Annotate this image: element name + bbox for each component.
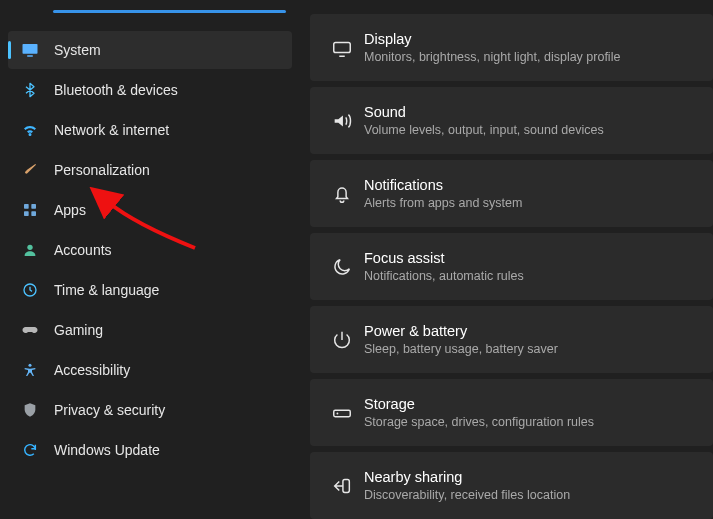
tile-subtitle: Storage space, drives, configuration rul… (364, 415, 594, 429)
sidebar-item-personalization[interactable]: Personalization (8, 151, 292, 189)
clock-icon (16, 282, 44, 298)
svg-point-8 (28, 364, 31, 367)
settings-sidebar: System Bluetooth & devices Network & int… (0, 0, 300, 519)
bell-icon (320, 183, 364, 205)
sidebar-item-label: Gaming (44, 322, 103, 338)
tile-title: Notifications (364, 177, 522, 194)
svg-rect-1 (27, 55, 33, 57)
storage-icon (320, 402, 364, 424)
power-icon (320, 329, 364, 351)
tile-title: Storage (364, 396, 594, 413)
sidebar-item-label: Apps (44, 202, 86, 218)
sidebar-item-label: Windows Update (44, 442, 160, 458)
shield-icon (16, 402, 44, 418)
sidebar-item-time[interactable]: Time & language (8, 271, 292, 309)
bluetooth-icon (16, 82, 44, 98)
gamepad-icon (16, 321, 44, 339)
sidebar-item-label: Accessibility (44, 362, 130, 378)
paintbrush-icon (16, 162, 44, 178)
svg-rect-0 (23, 44, 38, 54)
svg-rect-3 (31, 204, 36, 209)
sidebar-item-network[interactable]: Network & internet (8, 111, 292, 149)
tile-title: Sound (364, 104, 604, 121)
tile-title: Display (364, 31, 620, 48)
tile-power[interactable]: Power & battery Sleep, battery usage, ba… (310, 306, 713, 373)
svg-rect-9 (334, 42, 351, 52)
sidebar-item-apps[interactable]: Apps (8, 191, 292, 229)
tile-notifications[interactable]: Notifications Alerts from apps and syste… (310, 160, 713, 227)
tile-subtitle: Alerts from apps and system (364, 196, 522, 210)
moon-icon (320, 256, 364, 278)
tile-title: Power & battery (364, 323, 558, 340)
tile-subtitle: Sleep, battery usage, battery saver (364, 342, 558, 356)
update-icon (16, 442, 44, 458)
tile-subtitle: Discoverability, received files location (364, 488, 570, 502)
svg-point-6 (27, 245, 32, 250)
person-icon (16, 242, 44, 258)
tile-title: Nearby sharing (364, 469, 570, 486)
tile-title: Focus assist (364, 250, 524, 267)
tile-subtitle: Notifications, automatic rules (364, 269, 524, 283)
tile-storage[interactable]: Storage Storage space, drives, configura… (310, 379, 713, 446)
sidebar-item-label: Accounts (44, 242, 112, 258)
apps-icon (16, 202, 44, 218)
sidebar-item-label: Bluetooth & devices (44, 82, 178, 98)
svg-rect-4 (24, 211, 29, 216)
sidebar-item-gaming[interactable]: Gaming (8, 311, 292, 349)
tile-subtitle: Volume levels, output, input, sound devi… (364, 123, 604, 137)
sidebar-item-system[interactable]: System (8, 31, 292, 69)
accessibility-icon (16, 362, 44, 378)
wifi-icon (16, 121, 44, 139)
sidebar-item-bluetooth[interactable]: Bluetooth & devices (8, 71, 292, 109)
tile-nearby[interactable]: Nearby sharing Discoverability, received… (310, 452, 713, 519)
svg-rect-11 (334, 410, 351, 416)
tile-focus[interactable]: Focus assist Notifications, automatic ru… (310, 233, 713, 300)
sidebar-item-label: Time & language (44, 282, 159, 298)
sidebar-item-accessibility[interactable]: Accessibility (8, 351, 292, 389)
svg-rect-2 (24, 204, 29, 209)
sound-icon (320, 110, 364, 132)
sidebar-item-label: System (44, 42, 101, 58)
sidebar-item-label: Network & internet (44, 122, 169, 138)
tile-subtitle: Monitors, brightness, night light, displ… (364, 50, 620, 64)
svg-rect-5 (31, 211, 36, 216)
sidebar-item-update[interactable]: Windows Update (8, 431, 292, 469)
tile-display[interactable]: Display Monitors, brightness, night ligh… (310, 14, 713, 81)
monitor-icon (16, 41, 44, 59)
search-underline (53, 10, 286, 13)
display-icon (320, 37, 364, 59)
tile-sound[interactable]: Sound Volume levels, output, input, soun… (310, 87, 713, 154)
sidebar-item-accounts[interactable]: Accounts (8, 231, 292, 269)
sidebar-item-privacy[interactable]: Privacy & security (8, 391, 292, 429)
sidebar-item-label: Personalization (44, 162, 150, 178)
svg-point-12 (337, 412, 339, 414)
settings-content: Display Monitors, brightness, night ligh… (300, 0, 713, 519)
share-icon (320, 475, 364, 497)
svg-rect-13 (343, 479, 349, 492)
sidebar-item-label: Privacy & security (44, 402, 165, 418)
